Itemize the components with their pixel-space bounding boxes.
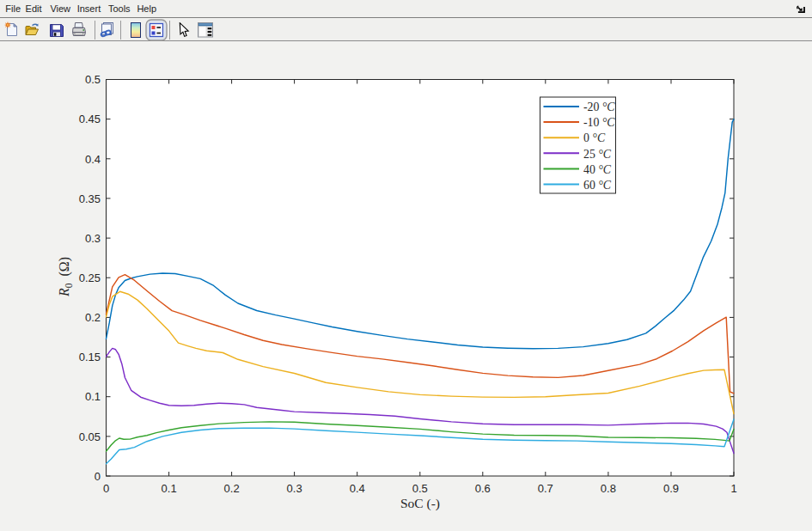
- svg-text:0.7: 0.7: [538, 482, 553, 495]
- svg-text:0.5: 0.5: [85, 73, 101, 86]
- svg-text:0.1: 0.1: [162, 482, 177, 495]
- svg-text:60 °C: 60 °C: [583, 179, 612, 192]
- svg-text:40 °C: 40 °C: [583, 163, 612, 176]
- svg-text:0.05: 0.05: [79, 430, 101, 443]
- svg-text:0.15: 0.15: [79, 351, 101, 363]
- svg-text:25 °C: 25 °C: [583, 148, 612, 161]
- svg-text:0.45: 0.45: [79, 113, 101, 125]
- svg-text:0.2: 0.2: [224, 482, 240, 495]
- svg-text:1: 1: [730, 482, 736, 495]
- svg-text:-20 °C: -20 °C: [583, 101, 615, 113]
- svg-text:0.9: 0.9: [663, 482, 679, 495]
- svg-text:-10 °C: -10 °C: [583, 116, 615, 129]
- svg-text:0.1: 0.1: [85, 390, 101, 403]
- svg-text:0.35: 0.35: [79, 192, 101, 205]
- svg-text:0.4: 0.4: [350, 482, 365, 495]
- svg-text:0.3: 0.3: [85, 232, 101, 245]
- svg-text:0 °C: 0 °C: [583, 131, 606, 144]
- svg-text:0: 0: [103, 482, 109, 495]
- svg-text:0.6: 0.6: [475, 482, 491, 495]
- svg-text:0.25: 0.25: [79, 272, 101, 284]
- svg-text:0: 0: [95, 470, 101, 483]
- svg-text:R0 (Ω): R0 (Ω): [57, 257, 74, 297]
- svg-text:0.5: 0.5: [412, 482, 428, 495]
- svg-text:0.4: 0.4: [85, 153, 101, 166]
- svg-text:SoC (-): SoC (-): [400, 496, 440, 511]
- svg-text:0.3: 0.3: [287, 482, 302, 495]
- svg-text:0.2: 0.2: [85, 311, 101, 324]
- svg-text:0.8: 0.8: [601, 482, 616, 495]
